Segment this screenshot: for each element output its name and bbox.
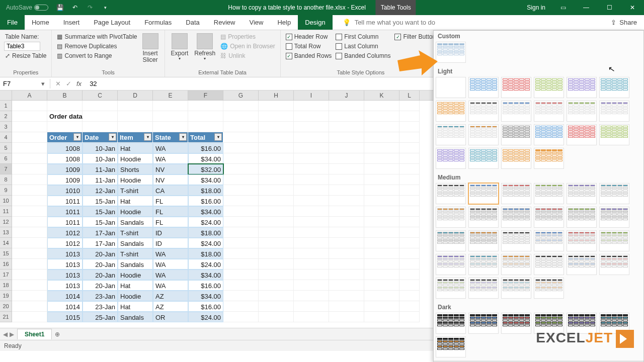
cell[interactable] — [364, 101, 399, 111]
cell[interactable] — [223, 101, 259, 111]
cell[interactable]: FL — [153, 196, 188, 206]
cell[interactable] — [83, 111, 118, 122]
cell[interactable]: 1014 — [47, 301, 83, 312]
fx-icon[interactable]: fx — [76, 80, 82, 87]
cell[interactable]: 1011 — [47, 217, 83, 227]
cell[interactable] — [223, 132, 259, 143]
cell[interactable] — [188, 122, 223, 132]
cell[interactable] — [329, 111, 364, 122]
cell[interactable] — [12, 227, 47, 238]
cell[interactable] — [12, 196, 47, 206]
cell[interactable] — [329, 248, 364, 259]
column-header[interactable]: A — [12, 90, 47, 100]
cell[interactable] — [399, 280, 420, 291]
column-header[interactable]: L — [399, 90, 420, 100]
cell[interactable] — [259, 217, 294, 227]
cell[interactable] — [259, 101, 294, 111]
cell[interactable] — [259, 238, 294, 248]
cell[interactable]: $34.00 — [188, 269, 223, 280]
cell[interactable] — [188, 111, 223, 122]
cell[interactable]: WA — [153, 259, 188, 269]
table-style-swatch[interactable] — [468, 101, 499, 122]
cell[interactable] — [364, 291, 399, 301]
cell[interactable] — [259, 269, 294, 280]
cell[interactable] — [329, 132, 364, 143]
cell[interactable]: State▾ — [153, 132, 188, 143]
cell[interactable] — [364, 132, 399, 143]
table-style-swatch[interactable] — [599, 183, 629, 204]
cell[interactable] — [12, 291, 47, 301]
cell[interactable] — [329, 291, 364, 301]
cell[interactable]: 10-Jan — [83, 153, 118, 164]
cell[interactable] — [259, 132, 294, 143]
tell-me-search[interactable]: 💡 Tell me what you want to do — [343, 15, 435, 30]
cell[interactable] — [259, 227, 294, 238]
cell[interactable] — [294, 174, 329, 185]
cell[interactable] — [399, 164, 420, 174]
cell[interactable] — [294, 238, 329, 248]
cell[interactable] — [12, 101, 47, 111]
cell[interactable]: Sandals — [118, 259, 153, 269]
cell[interactable] — [399, 206, 420, 217]
row-header[interactable]: 9 — [0, 185, 12, 196]
cell[interactable]: FL — [153, 206, 188, 217]
column-header[interactable]: J — [329, 90, 364, 100]
cell[interactable]: ID — [153, 227, 188, 238]
table-style-swatch[interactable] — [436, 278, 466, 299]
cell[interactable] — [47, 101, 83, 111]
redo-icon[interactable]: ↷ — [84, 1, 97, 14]
close-icon[interactable]: ✕ — [621, 0, 644, 15]
column-header[interactable]: K — [364, 90, 399, 100]
cell[interactable]: $34.00 — [188, 291, 223, 301]
table-style-swatch[interactable] — [567, 183, 597, 204]
cell[interactable] — [12, 238, 47, 248]
cell[interactable] — [12, 122, 47, 132]
column-header[interactable]: I — [294, 90, 329, 100]
filter-dropdown-icon[interactable]: ▾ — [144, 133, 151, 141]
table-style-swatch[interactable] — [501, 278, 531, 299]
cell[interactable] — [294, 164, 329, 174]
table-style-swatch[interactable] — [468, 230, 499, 251]
cell[interactable] — [12, 259, 47, 269]
cell[interactable]: Order▾ — [47, 132, 83, 143]
table-name-input[interactable] — [4, 42, 40, 51]
table-style-swatch[interactable] — [436, 148, 466, 169]
row-header[interactable]: 12 — [0, 217, 12, 227]
column-header[interactable]: G — [223, 90, 259, 100]
filter-button-checkbox[interactable]: Filter Button — [393, 32, 437, 41]
cell[interactable] — [329, 269, 364, 280]
cell[interactable] — [329, 164, 364, 174]
cell[interactable]: 20-Jan — [83, 280, 118, 291]
cell[interactable]: Hoodie — [118, 174, 153, 185]
cell[interactable]: 17-Jan — [83, 238, 118, 248]
table-style-swatch[interactable] — [567, 101, 597, 122]
cell[interactable] — [12, 174, 47, 185]
cell[interactable] — [364, 174, 399, 185]
cell[interactable] — [364, 217, 399, 227]
cell[interactable] — [329, 280, 364, 291]
cell[interactable] — [259, 259, 294, 269]
cell[interactable]: $24.00 — [188, 217, 223, 227]
row-header[interactable]: 20 — [0, 301, 12, 312]
tab-page-layout[interactable]: Page Layout — [87, 15, 137, 30]
row-header[interactable]: 18 — [0, 280, 12, 291]
cell[interactable] — [294, 301, 329, 312]
cell[interactable] — [83, 122, 118, 132]
cell[interactable] — [259, 143, 294, 153]
row-header[interactable]: 19 — [0, 291, 12, 301]
cell[interactable]: 1015 — [47, 312, 83, 322]
row-header[interactable]: 15 — [0, 248, 12, 259]
cell[interactable]: $18.00 — [188, 185, 223, 196]
table-style-swatch[interactable] — [468, 207, 499, 228]
cell[interactable]: $24.00 — [188, 312, 223, 322]
cell[interactable] — [47, 122, 83, 132]
row-header[interactable]: 10 — [0, 196, 12, 206]
cell[interactable] — [223, 227, 259, 238]
cell[interactable] — [364, 227, 399, 238]
table-style-swatch[interactable] — [501, 254, 531, 275]
cell[interactable] — [223, 248, 259, 259]
cell[interactable]: Date▾ — [83, 132, 118, 143]
cell[interactable]: WA — [153, 280, 188, 291]
cell[interactable] — [294, 269, 329, 280]
autosave-toggle[interactable]: AutoSave — [3, 4, 51, 11]
